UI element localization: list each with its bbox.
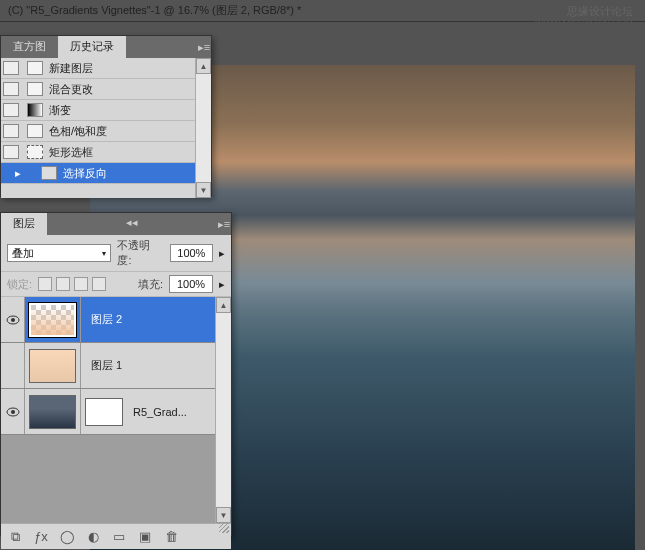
lock-position-icon[interactable] (74, 277, 88, 291)
group-icon[interactable]: ▭ (111, 529, 127, 545)
current-pointer-icon: ▸ (15, 167, 21, 180)
svg-point-1 (11, 318, 15, 322)
scrollbar-vertical[interactable]: ▲ ▼ (215, 297, 231, 523)
history-label: 混合更改 (49, 82, 93, 97)
layers-footer: ⧉ ƒx ◯ ◐ ▭ ▣ 🗑 (1, 523, 231, 549)
fill-label: 填充: (138, 277, 163, 292)
lock-transparency-icon[interactable] (38, 277, 52, 291)
gradient-icon (27, 103, 43, 117)
layer-thumbnail[interactable] (29, 395, 76, 429)
layer-name[interactable]: 图层 1 (81, 358, 122, 373)
adjustment-icon[interactable]: ◐ (85, 529, 101, 545)
history-label: 色相/饱和度 (49, 124, 107, 139)
file-icon (27, 124, 43, 138)
history-checkbox (3, 124, 19, 138)
scrollbar-vertical[interactable]: ▲ ▼ (195, 58, 211, 198)
panel-collapse-icon[interactable]: ◂◂ (120, 213, 144, 235)
tab-history[interactable]: 历史记录 (58, 36, 126, 58)
resize-grip-icon[interactable] (219, 523, 229, 533)
fill-input[interactable]: 100% (169, 275, 213, 293)
workspace: 直方图 历史记录 ▸≡ 新建图层 混合更改 渐变 色相/饱和度 矩形选框 ▸选择… (0, 22, 645, 550)
history-checkbox (3, 103, 19, 117)
history-label: 渐变 (49, 103, 71, 118)
eye-icon (6, 315, 20, 325)
history-checkbox (3, 61, 19, 75)
layer-row[interactable]: 图层 2 (1, 297, 231, 343)
visibility-toggle[interactable] (1, 389, 25, 434)
scroll-up-icon: ▲ (216, 297, 231, 313)
history-list: 新建图层 混合更改 渐变 色相/饱和度 矩形选框 ▸选择反向 ▲ ▼ (1, 58, 211, 198)
lock-label: 锁定: (7, 277, 32, 292)
tab-histogram[interactable]: 直方图 (1, 36, 58, 58)
lock-fill-row: 锁定: 填充: 100%▸ (1, 272, 231, 297)
file-icon (27, 61, 43, 75)
marquee-icon (27, 145, 43, 159)
history-checkbox (3, 82, 19, 96)
layer-name[interactable]: 图层 2 (81, 312, 122, 327)
history-item[interactable]: 矩形选框 (1, 142, 211, 163)
new-layer-icon[interactable]: ▣ (137, 529, 153, 545)
fill-flyout-icon[interactable]: ▸ (219, 278, 225, 291)
layer-thumbnail[interactable] (29, 349, 76, 383)
layers-list: 图层 2 图层 1 R5_Grad... ▲ ▼ (1, 297, 231, 523)
opacity-input[interactable]: 100% (170, 244, 213, 262)
file-icon (27, 82, 43, 96)
blend-mode-select[interactable]: 叠加▾ (7, 244, 111, 262)
layer-thumbnail[interactable] (29, 303, 76, 337)
scroll-down-icon: ▼ (196, 182, 211, 198)
history-checkbox (3, 145, 19, 159)
layers-panel-tabs: 图层 ◂◂ ▸≡ (1, 213, 231, 235)
layer-row[interactable]: R5_Grad... (1, 389, 231, 435)
opacity-label: 不透明度: (117, 238, 163, 268)
visibility-toggle[interactable] (1, 297, 25, 342)
layers-panel: 图层 ◂◂ ▸≡ 叠加▾ 不透明度: 100%▸ 锁定: 填充: 100%▸ (0, 212, 232, 536)
watermark-url: WWW.MISSYUAN.COM (535, 18, 633, 28)
history-item[interactable]: 混合更改 (1, 79, 211, 100)
scroll-down-icon: ▼ (216, 507, 231, 523)
blend-opacity-row: 叠加▾ 不透明度: 100%▸ (1, 235, 231, 272)
inverse-icon (41, 166, 57, 180)
mask-icon[interactable]: ◯ (59, 529, 75, 545)
lock-paint-icon[interactable] (56, 277, 70, 291)
history-item[interactable]: 新建图层 (1, 58, 211, 79)
lock-all-icon[interactable] (92, 277, 106, 291)
tab-layers[interactable]: 图层 (1, 213, 47, 235)
visibility-toggle[interactable] (1, 343, 25, 388)
trash-icon[interactable]: 🗑 (163, 529, 179, 545)
history-panel: 直方图 历史记录 ▸≡ 新建图层 混合更改 渐变 色相/饱和度 矩形选框 ▸选择… (0, 35, 212, 197)
history-item[interactable]: ▸选择反向 (1, 163, 211, 184)
panel-menu-icon[interactable]: ▸≡ (217, 213, 231, 235)
svg-point-3 (11, 410, 15, 414)
history-item[interactable]: 渐变 (1, 100, 211, 121)
watermark-text: 思缘设计论坛 (567, 4, 633, 19)
document-title: (C) "R5_Gradients Vignettes"-1 @ 16.7% (… (8, 3, 301, 18)
layer-row[interactable]: 图层 1 (1, 343, 231, 389)
opacity-flyout-icon[interactable]: ▸ (219, 247, 225, 260)
history-item[interactable]: 色相/饱和度 (1, 121, 211, 142)
panel-menu-icon[interactable]: ▸≡ (197, 36, 211, 58)
chevron-down-icon: ▾ (102, 249, 106, 258)
layer-name[interactable]: R5_Grad... (123, 406, 187, 418)
fx-icon[interactable]: ƒx (33, 529, 49, 545)
history-label: 选择反向 (63, 166, 107, 181)
history-label: 矩形选框 (49, 145, 93, 160)
history-panel-tabs: 直方图 历史记录 ▸≡ (1, 36, 211, 58)
layer-mask-thumbnail[interactable] (85, 398, 123, 426)
history-label: 新建图层 (49, 61, 93, 76)
eye-icon (6, 407, 20, 417)
link-icon[interactable]: ⧉ (7, 529, 23, 545)
scroll-up-icon: ▲ (196, 58, 211, 74)
